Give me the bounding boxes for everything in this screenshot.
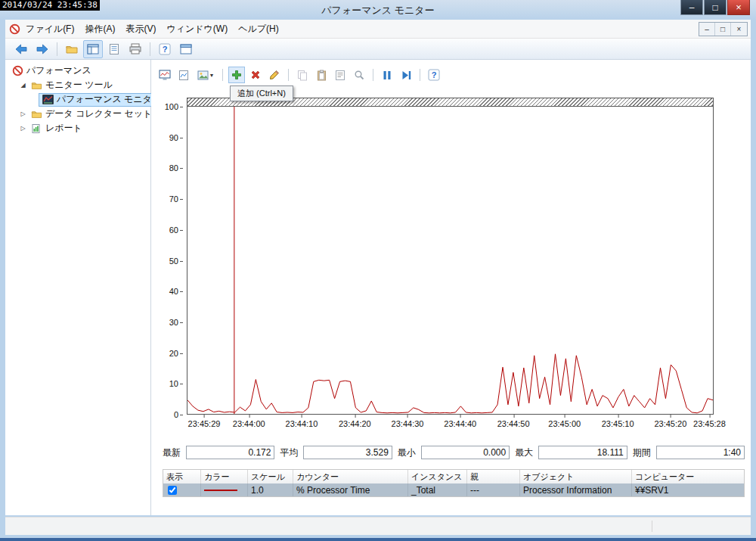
add-counter-button[interactable] <box>228 67 245 83</box>
tree-item-data-collector-sets[interactable]: ▷ データ コレクター セット <box>5 107 150 121</box>
child-restore-button[interactable]: □ <box>715 23 731 36</box>
document-list-icon <box>109 43 119 55</box>
copy-properties-button[interactable] <box>294 67 311 83</box>
y-tick-label: 90 <box>169 133 178 142</box>
child-close-button[interactable]: × <box>731 23 747 36</box>
perfmon-window: 2014/03/24 23:45:38 パフォーマンス モニター – □ × フ… <box>0 0 756 541</box>
console-tree-panel: パフォーマンス ◢ モニター ツール パフォーマンス モニター ▷ <box>5 60 151 515</box>
header-counter[interactable]: カウンター <box>293 470 408 483</box>
log-data-icon <box>178 70 189 81</box>
add-plus-icon <box>231 69 243 81</box>
expander-closed-icon[interactable]: ▷ <box>19 125 27 132</box>
header-color[interactable]: カラー <box>201 470 248 483</box>
y-tick-label: 0 <box>174 410 178 419</box>
x-tick-label: 23:44:30 <box>392 419 424 428</box>
export-button[interactable] <box>62 40 82 58</box>
header-show[interactable]: 表示 <box>163 470 201 483</box>
counter-scale: 1.0 <box>248 483 293 496</box>
highlight-button[interactable] <box>266 67 283 83</box>
copy-icon <box>297 70 308 81</box>
x-tick-label: 23:45:20 <box>654 419 686 428</box>
x-tick-label: 23:44:20 <box>339 419 371 428</box>
x-tick-label: 23:45:00 <box>548 419 581 428</box>
x-tick-label: 23:44:10 <box>286 419 318 428</box>
header-instance[interactable]: インスタンス <box>408 470 467 483</box>
stat-label-average: 平均 <box>280 446 298 459</box>
view-log-data-button[interactable] <box>175 67 192 83</box>
help-icon: ? <box>159 43 171 55</box>
printer-icon <box>129 43 141 54</box>
report-icon <box>30 123 42 134</box>
y-tick-label: 20 <box>169 349 178 358</box>
stat-value-duration: 1:40 <box>656 446 745 459</box>
tree-item-performance-monitor[interactable]: パフォーマンス モニター <box>5 92 150 107</box>
view-current-activity-button[interactable] <box>156 67 173 83</box>
counter-row[interactable]: 1.0 % Processor Time _Total --- Processo… <box>163 483 744 496</box>
perfmon-pane: ▼ <box>151 60 751 515</box>
perf-line-chart <box>187 107 714 415</box>
tree-item-monitoring-tools[interactable]: ◢ モニター ツール <box>5 78 150 92</box>
header-scale[interactable]: スケール <box>248 470 293 483</box>
menu-view[interactable]: 表示(V) <box>120 20 161 39</box>
tree-item-label: レポート <box>45 122 82 135</box>
print-button[interactable] <box>125 40 145 58</box>
processor-time-series <box>187 354 713 413</box>
header-object[interactable]: オブジェクト <box>520 470 632 483</box>
menu-bar: ファイル(F) 操作(A) 表示(V) ウィンドウ(W) ヘルプ(H) – □ … <box>5 20 751 39</box>
title-bar[interactable]: パフォーマンス モニター – □ × <box>0 0 756 20</box>
x-tick-label: 23:44:50 <box>497 419 530 428</box>
minimize-button[interactable]: – <box>680 0 703 15</box>
help-button[interactable]: ? <box>155 40 175 58</box>
toolbar-separator <box>420 69 420 81</box>
tree-item-reports[interactable]: ▷ レポート <box>5 121 150 135</box>
counter-visible-checkbox[interactable] <box>168 486 177 495</box>
pause-icon <box>383 70 392 80</box>
x-tick-label: 23:45:29 <box>188 419 221 428</box>
graph-type-icon <box>197 70 209 80</box>
x-tick-label: 23:44:00 <box>233 419 265 428</box>
properties-button[interactable] <box>332 67 349 83</box>
counter-name: % Processor Time <box>293 483 408 496</box>
stat-label-minimum: 最小 <box>398 446 416 459</box>
child-minimize-button[interactable]: – <box>699 23 715 36</box>
monitor-icon <box>159 70 171 81</box>
toolbar-separator <box>150 42 150 56</box>
new-window-button[interactable] <box>176 40 196 58</box>
back-button[interactable] <box>11 40 31 58</box>
freeze-display-button[interactable] <box>379 67 395 83</box>
delete-counter-button[interactable] <box>247 67 264 83</box>
counter-object: Processor Information <box>520 483 632 496</box>
tree-item-performance[interactable]: パフォーマンス <box>5 64 150 78</box>
maximize-button[interactable]: □ <box>704 0 727 15</box>
change-graph-type-button[interactable]: ▼ <box>194 67 217 83</box>
counter-color-sample <box>204 490 237 491</box>
svg-text:?: ? <box>163 45 168 54</box>
show-hide-console-tree-button[interactable] <box>83 40 103 58</box>
perfmon-help-button[interactable]: ? <box>426 67 442 83</box>
console-app-icon <box>8 23 20 35</box>
zoom-button[interactable] <box>351 67 367 83</box>
menu-window[interactable]: ウィンドウ(W) <box>161 20 233 39</box>
counter-table: 表示 カラー スケール カウンター インスタンス 親 オブジェクト コンピュータ… <box>163 469 745 497</box>
expander-open-icon[interactable]: ◢ <box>19 82 27 89</box>
menu-file[interactable]: ファイル(F) <box>20 20 79 39</box>
y-tick-label: 60 <box>169 225 178 235</box>
header-parent[interactable]: 親 <box>467 470 520 483</box>
toolbar-separator <box>288 69 289 81</box>
selected-tree-item[interactable]: パフォーマンス モニター <box>39 93 164 107</box>
stat-label-duration: 期間 <box>633 446 651 459</box>
menu-action[interactable]: 操作(A) <box>79 20 120 39</box>
header-computer[interactable]: コンピューター <box>632 470 744 483</box>
export-list-button[interactable] <box>104 40 124 58</box>
add-tooltip: 追加 (Ctrl+N) <box>230 86 293 101</box>
forward-button[interactable] <box>33 40 52 58</box>
counter-parent: --- <box>467 483 520 496</box>
update-data-button[interactable] <box>398 67 414 83</box>
expander-closed-icon[interactable]: ▷ <box>19 110 27 117</box>
paste-counter-list-button[interactable] <box>313 67 330 83</box>
counter-instance: _Total <box>408 483 467 496</box>
close-button[interactable]: × <box>727 0 750 15</box>
menu-help[interactable]: ヘルプ(H) <box>233 20 284 39</box>
help-icon: ? <box>428 69 440 81</box>
window-icon <box>180 44 192 54</box>
